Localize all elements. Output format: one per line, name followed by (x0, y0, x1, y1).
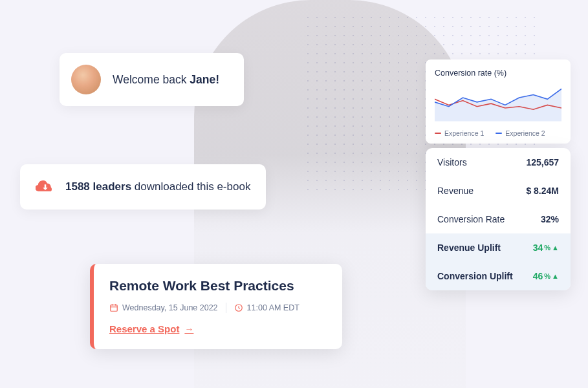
welcome-card: Welcome back Jane! (60, 53, 244, 106)
stat-value-up: 34%▲ (533, 242, 559, 253)
stat-label: Conversion Rate (437, 214, 505, 224)
chart-legend: Experience 1 Experience 2 (435, 129, 561, 137)
download-card: 1588 leaders downloaded this e-book (20, 164, 266, 210)
stat-row-highlight: Conversion Uplift46%▲ (426, 262, 571, 290)
stat-value: $ 8.24M (526, 186, 559, 196)
reserve-label: Reserve a Spot (109, 323, 179, 334)
swatch-s2 (495, 133, 502, 134)
arrow-right-icon: → (184, 324, 193, 334)
stat-row-highlight: Revenue Uplift34%▲ (426, 233, 571, 262)
event-date: Wednesday, 15 June 2022 (109, 303, 218, 312)
stat-value: 32% (541, 214, 559, 224)
calendar-icon (109, 303, 118, 312)
download-text: 1588 leaders downloaded this e-book (65, 180, 250, 193)
welcome-greeting: Welcome back (113, 73, 190, 86)
separator (226, 303, 226, 313)
up-triangle-icon: ▲ (552, 244, 559, 252)
reserve-spot-link[interactable]: Reserve a Spot → (109, 323, 193, 334)
conversion-chart-card: Conversion rate (%) Experience 1 Experie… (426, 59, 571, 144)
stats-card: Visitors125,657Revenue$ 8.24MConversion … (426, 148, 571, 290)
svg-rect-0 (111, 305, 118, 312)
cloud-download-icon (36, 177, 55, 197)
stat-row: Conversion Rate32% (426, 205, 571, 233)
chart-title: Conversion rate (%) (435, 69, 561, 78)
legend-series-1: Experience 1 (435, 129, 484, 137)
line-chart (435, 84, 561, 122)
avatar (71, 65, 101, 94)
stat-label: Revenue Uplift (437, 242, 501, 253)
download-count: 1588 leaders (65, 180, 131, 193)
event-title: Remote Work Best Practices (109, 278, 324, 294)
stat-label: Conversion Uplift (437, 271, 513, 281)
event-card: Remote Work Best Practices Wednesday, 15… (90, 264, 342, 349)
stat-value-up: 46%▲ (533, 271, 559, 281)
legend-series-2: Experience 2 (495, 129, 545, 137)
stat-row: Revenue$ 8.24M (426, 177, 571, 205)
welcome-username: Jane! (190, 73, 219, 86)
stat-label: Revenue (437, 186, 474, 196)
stat-value: 125,657 (526, 157, 559, 167)
clock-icon (234, 303, 243, 312)
event-time-text: 11:00 AM EDT (247, 303, 299, 312)
download-rest: downloaded this e-book (131, 180, 250, 193)
legend-label-2: Experience 2 (505, 129, 545, 137)
swatch-s1 (435, 133, 441, 134)
event-time: 11:00 AM EDT (234, 303, 299, 312)
stat-row: Visitors125,657 (426, 148, 571, 177)
event-date-text: Wednesday, 15 June 2022 (122, 303, 218, 312)
event-meta: Wednesday, 15 June 2022 11:00 AM EDT (109, 303, 324, 313)
welcome-text: Welcome back Jane! (113, 73, 219, 87)
legend-label-1: Experience 1 (444, 129, 484, 137)
stat-label: Visitors (437, 157, 467, 167)
up-triangle-icon: ▲ (552, 272, 559, 280)
